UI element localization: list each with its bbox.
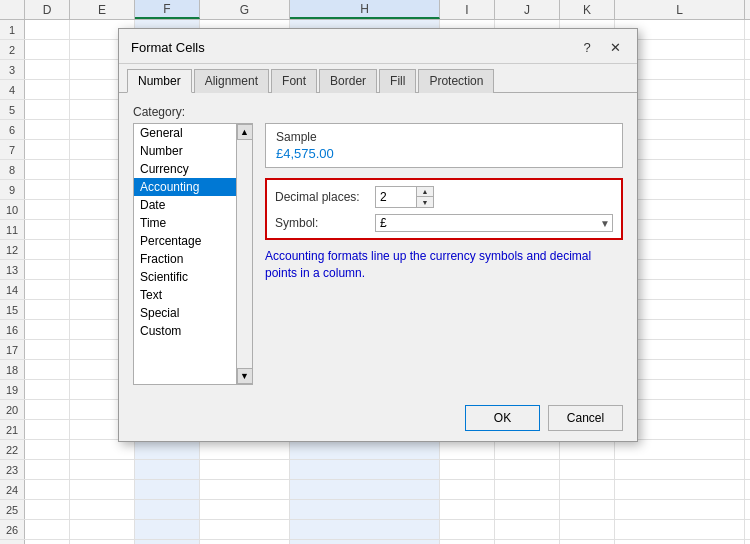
- grid-cell[interactable]: [200, 520, 290, 539]
- grid-cell[interactable]: [440, 460, 495, 479]
- grid-cell[interactable]: [25, 360, 70, 379]
- grid-cell[interactable]: [25, 340, 70, 359]
- decimal-places-input[interactable]: [376, 189, 416, 205]
- grid-cell[interactable]: [25, 300, 70, 319]
- grid-cell[interactable]: [560, 520, 615, 539]
- tab-number[interactable]: Number: [127, 69, 192, 93]
- category-item[interactable]: Currency: [134, 160, 252, 178]
- grid-cell[interactable]: [70, 460, 135, 479]
- grid-cell[interactable]: [440, 520, 495, 539]
- grid-cell[interactable]: [25, 480, 70, 499]
- grid-cell[interactable]: [560, 480, 615, 499]
- scrollbar-down-button[interactable]: ▼: [237, 368, 253, 384]
- grid-cell[interactable]: [495, 520, 560, 539]
- close-button[interactable]: ✕: [605, 37, 625, 57]
- scrollbar-up-button[interactable]: ▲: [237, 124, 253, 140]
- grid-cell[interactable]: [25, 260, 70, 279]
- grid-cell[interactable]: [25, 160, 70, 179]
- grid-cell[interactable]: [560, 500, 615, 519]
- grid-cell[interactable]: [25, 80, 70, 99]
- grid-cell[interactable]: [25, 280, 70, 299]
- grid-cell[interactable]: [135, 460, 200, 479]
- grid-cell[interactable]: [495, 540, 560, 544]
- grid-cell[interactable]: [135, 540, 200, 544]
- category-item[interactable]: Custom: [134, 322, 252, 340]
- grid-cell[interactable]: [70, 480, 135, 499]
- grid-cell[interactable]: [70, 440, 135, 459]
- tab-border[interactable]: Border: [319, 69, 377, 93]
- grid-cell[interactable]: [25, 40, 70, 59]
- grid-cell[interactable]: [615, 440, 745, 459]
- category-item[interactable]: Fraction: [134, 250, 252, 268]
- category-item[interactable]: Date: [134, 196, 252, 214]
- spinner-down-button[interactable]: ▼: [417, 197, 433, 207]
- grid-cell[interactable]: [25, 320, 70, 339]
- grid-cell[interactable]: [290, 480, 440, 499]
- grid-cell[interactable]: [560, 460, 615, 479]
- grid-cell[interactable]: [25, 460, 70, 479]
- grid-cell[interactable]: [200, 440, 290, 459]
- grid-cell[interactable]: [25, 240, 70, 259]
- category-item[interactable]: General: [134, 124, 252, 142]
- ok-button[interactable]: OK: [465, 405, 540, 431]
- grid-cell[interactable]: [615, 520, 745, 539]
- grid-cell[interactable]: [70, 500, 135, 519]
- grid-cell[interactable]: [25, 420, 70, 439]
- tab-fill[interactable]: Fill: [379, 69, 416, 93]
- grid-cell[interactable]: [135, 480, 200, 499]
- grid-cell[interactable]: [25, 180, 70, 199]
- category-item[interactable]: Accounting: [134, 178, 252, 196]
- grid-cell[interactable]: [200, 500, 290, 519]
- grid-cell[interactable]: [25, 20, 70, 39]
- grid-cell[interactable]: [495, 460, 560, 479]
- grid-cell[interactable]: [615, 480, 745, 499]
- grid-cell[interactable]: [25, 540, 70, 544]
- grid-cell[interactable]: [615, 460, 745, 479]
- grid-cell[interactable]: [135, 500, 200, 519]
- grid-cell[interactable]: [560, 440, 615, 459]
- grid-cell[interactable]: [25, 100, 70, 119]
- grid-cell[interactable]: [290, 440, 440, 459]
- grid-cell[interactable]: [290, 500, 440, 519]
- grid-cell[interactable]: [495, 500, 560, 519]
- grid-cell[interactable]: [560, 540, 615, 544]
- grid-cell[interactable]: [440, 500, 495, 519]
- category-item[interactable]: Scientific: [134, 268, 252, 286]
- grid-cell[interactable]: [25, 500, 70, 519]
- grid-cell[interactable]: [200, 480, 290, 499]
- category-item[interactable]: Percentage: [134, 232, 252, 250]
- spinner-up-button[interactable]: ▲: [417, 187, 433, 197]
- grid-cell[interactable]: [290, 460, 440, 479]
- grid-cell[interactable]: [25, 380, 70, 399]
- grid-cell[interactable]: [615, 540, 745, 544]
- grid-cell[interactable]: [495, 440, 560, 459]
- grid-cell[interactable]: [25, 140, 70, 159]
- grid-cell[interactable]: [25, 220, 70, 239]
- grid-cell[interactable]: [25, 200, 70, 219]
- category-item[interactable]: Number: [134, 142, 252, 160]
- grid-cell[interactable]: [200, 540, 290, 544]
- cancel-button[interactable]: Cancel: [548, 405, 623, 431]
- grid-cell[interactable]: [25, 120, 70, 139]
- grid-cell[interactable]: [290, 540, 440, 544]
- grid-cell[interactable]: [440, 440, 495, 459]
- grid-cell[interactable]: [25, 520, 70, 539]
- category-item[interactable]: Time: [134, 214, 252, 232]
- tab-protection[interactable]: Protection: [418, 69, 494, 93]
- grid-cell[interactable]: [70, 540, 135, 544]
- grid-cell[interactable]: [25, 60, 70, 79]
- grid-cell[interactable]: [290, 520, 440, 539]
- category-item[interactable]: Text: [134, 286, 252, 304]
- help-button[interactable]: ?: [577, 37, 597, 57]
- grid-cell[interactable]: [135, 520, 200, 539]
- grid-cell[interactable]: [440, 480, 495, 499]
- grid-cell[interactable]: [70, 520, 135, 539]
- tab-font[interactable]: Font: [271, 69, 317, 93]
- grid-cell[interactable]: [135, 440, 200, 459]
- grid-cell[interactable]: [200, 460, 290, 479]
- category-item[interactable]: Special: [134, 304, 252, 322]
- grid-cell[interactable]: [25, 400, 70, 419]
- symbol-select[interactable]: £ $ € ¥ None: [376, 215, 612, 231]
- tab-alignment[interactable]: Alignment: [194, 69, 269, 93]
- grid-cell[interactable]: [440, 540, 495, 544]
